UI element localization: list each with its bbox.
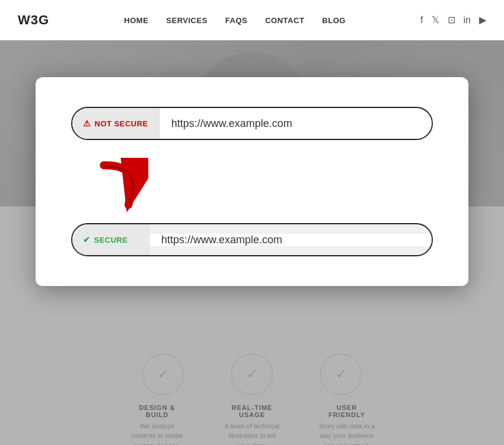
- linkedin-icon[interactable]: in: [464, 15, 471, 26]
- nav-blog[interactable]: BLOG: [322, 16, 346, 25]
- instagram-icon[interactable]: ⊡: [448, 14, 455, 26]
- red-arrow-icon: [89, 158, 148, 217]
- nav-home[interactable]: HOME: [124, 16, 148, 25]
- nav-contact[interactable]: CONTACT: [265, 16, 304, 25]
- secure-url-text[interactable]: https://www.example.com: [149, 234, 432, 246]
- navbar: W3G HOME SERVICES FAQS CONTACT BLOG f 𝕏 …: [0, 0, 504, 40]
- not-secure-url-bar[interactable]: ⚠ NOT SECURE https://www.example.com: [71, 107, 433, 140]
- secure-label: SECURE: [94, 236, 128, 244]
- twitter-icon[interactable]: 𝕏: [432, 14, 439, 26]
- warning-icon: ⚠: [83, 119, 91, 128]
- check-icon: ✔: [83, 235, 91, 244]
- arrow-container: [71, 152, 433, 223]
- nav-services[interactable]: SERVICES: [166, 16, 208, 25]
- modal-card: ⚠ NOT SECURE https://www.example.com ✔ S…: [36, 77, 468, 286]
- site-logo: W3G: [18, 12, 49, 28]
- secure-url-bar[interactable]: ✔ SECURE https://www.example.com: [71, 223, 433, 256]
- not-secure-badge: ⚠ NOT SECURE: [72, 108, 160, 139]
- not-secure-label: NOT SECURE: [95, 119, 148, 128]
- social-links: f 𝕏 ⊡ in ▶: [420, 14, 486, 26]
- not-secure-url-text[interactable]: https://www.example.com: [160, 117, 432, 130]
- youtube-icon[interactable]: ▶: [479, 14, 486, 26]
- secure-badge: ✔ SECURE: [72, 224, 149, 255]
- nav-faqs[interactable]: FAQS: [225, 16, 247, 25]
- nav-links: HOME SERVICES FAQS CONTACT BLOG: [124, 15, 346, 26]
- facebook-icon[interactable]: f: [420, 15, 423, 26]
